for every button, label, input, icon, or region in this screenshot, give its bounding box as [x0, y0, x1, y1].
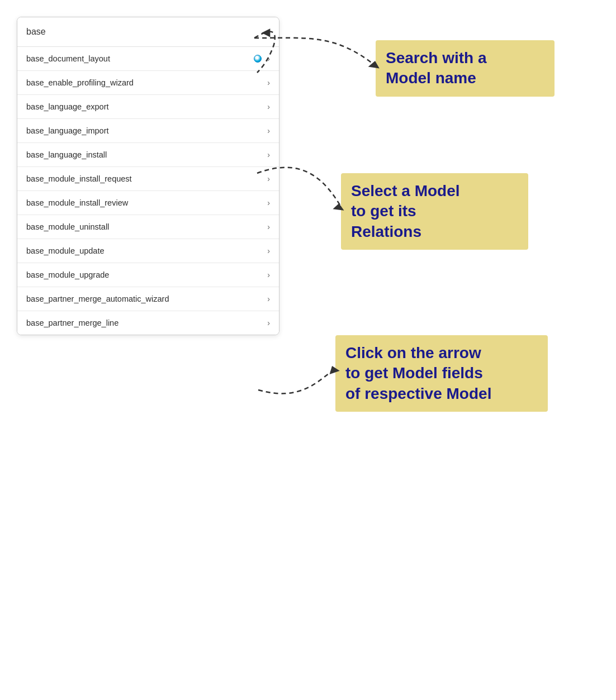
tooltip-select-text: Select a Modelto get itsRelations — [351, 181, 518, 242]
chevron-icon[interactable]: › — [267, 294, 270, 303]
tooltip-search: Search with aModel name — [376, 40, 555, 97]
chevron-icon[interactable]: › — [267, 318, 270, 327]
search-input[interactable] — [26, 27, 257, 37]
tooltip-click-text: Click on the arrowto get Model fieldsof … — [345, 343, 538, 404]
chevron-icon[interactable]: › — [267, 54, 270, 63]
item-name: base_module_update — [26, 246, 104, 255]
list-item[interactable]: base_module_upgrade› — [17, 263, 279, 287]
item-name: base_partner_merge_line — [26, 318, 119, 327]
chevron-icon[interactable]: › — [267, 198, 270, 207]
list-item[interactable]: base_language_install› — [17, 143, 279, 167]
tooltip-click: Click on the arrowto get Model fieldsof … — [335, 335, 548, 412]
model-list: base_document_layout›base_enable_profili… — [17, 47, 279, 335]
list-item[interactable]: base_module_install_request› — [17, 167, 279, 191]
list-item[interactable]: base_partner_merge_line› — [17, 311, 279, 335]
dot-indicator — [254, 55, 262, 63]
chevron-icon[interactable]: › — [267, 126, 270, 135]
list-item[interactable]: base_document_layout› — [17, 47, 279, 71]
list-item[interactable]: base_partner_merge_automatic_wizard› — [17, 287, 279, 311]
tooltip-search-text: Search with aModel name — [386, 48, 544, 89]
item-name: base_document_layout — [26, 54, 110, 63]
list-item[interactable]: base_language_import› — [17, 119, 279, 143]
item-name: base_language_export — [26, 102, 109, 111]
search-box[interactable]: ◀ — [17, 17, 279, 47]
list-item[interactable]: base_module_install_review› — [17, 191, 279, 215]
list-item[interactable]: base_module_uninstall› — [17, 215, 279, 239]
chevron-icon[interactable]: › — [267, 150, 270, 159]
chevron-icon[interactable]: › — [267, 78, 270, 87]
list-item[interactable]: base_module_update› — [17, 239, 279, 263]
model-panel: ◀ base_document_layout›base_enable_profi… — [17, 17, 279, 335]
list-item[interactable]: base_language_export› — [17, 95, 279, 119]
item-name: base_partner_merge_automatic_wizard — [26, 294, 169, 303]
chevron-icon[interactable]: › — [267, 102, 270, 111]
chevron-icon[interactable]: › — [267, 174, 270, 183]
item-name: base_module_install_review — [26, 198, 128, 207]
item-name: base_module_uninstall — [26, 222, 109, 231]
search-arrow-icon: ◀ — [262, 25, 270, 39]
chevron-icon[interactable]: › — [267, 270, 270, 279]
item-name: base_enable_profiling_wizard — [26, 78, 134, 87]
item-name: base_module_install_request — [26, 174, 132, 183]
chevron-icon[interactable]: › — [267, 222, 270, 231]
chevron-icon[interactable]: › — [267, 246, 270, 255]
item-name: base_language_install — [26, 150, 107, 159]
tooltip-select: Select a Modelto get itsRelations — [341, 173, 528, 250]
item-name: base_module_upgrade — [26, 270, 109, 279]
item-name: base_language_import — [26, 126, 109, 135]
list-item[interactable]: base_enable_profiling_wizard› — [17, 71, 279, 95]
